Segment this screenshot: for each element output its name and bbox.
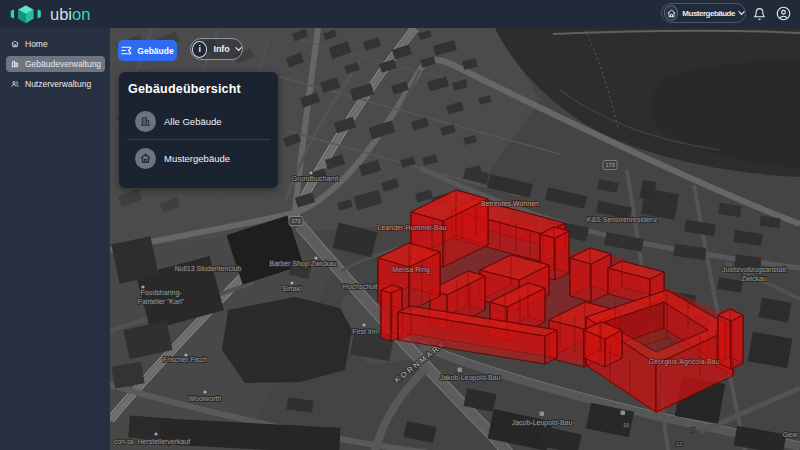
svg-text:173: 173 — [605, 162, 614, 168]
svg-text:Leander-Hummel-Bau: Leander-Hummel-Bau — [378, 224, 447, 231]
svg-text:Barber Shop Zwickau: Barber Shop Zwickau — [270, 260, 337, 268]
svg-text:Grundbuchamt: Grundbuchamt — [292, 175, 338, 182]
svg-text:Zwickau: Zwickau — [741, 275, 767, 282]
svg-text:Sirtaki: Sirtaki — [282, 285, 302, 292]
svg-text:First Inn: First Inn — [352, 328, 377, 335]
svg-text:Jacob-Leupold-Bau: Jacob-Leupold-Bau — [512, 419, 573, 427]
svg-text:Gew: Gew — [783, 431, 798, 438]
svg-text:Jakob-Leopold-Bau: Jakob-Leopold-Bau — [440, 374, 501, 382]
svg-text:Woolworth: Woolworth — [189, 395, 222, 402]
svg-text:Frischer Fisch: Frischer Fisch — [163, 356, 207, 363]
svg-text:12: 12 — [676, 441, 682, 447]
svg-text:Mensa Ring: Mensa Ring — [392, 266, 429, 274]
svg-text:con-ta- Herstellerverkauf: con-ta- Herstellerverkauf — [114, 438, 191, 445]
svg-text:K&S Seniorenresidenz: K&S Seniorenresidenz — [587, 216, 658, 223]
svg-text:173: 173 — [291, 218, 300, 224]
svg-text:Betreutes Wohnen: Betreutes Wohnen — [481, 200, 539, 207]
svg-text:10: 10 — [623, 422, 629, 428]
svg-text:Null13 Studentenclub: Null13 Studentenclub — [175, 265, 242, 272]
svg-text:7: 7 — [691, 427, 694, 433]
svg-text:Justizvollzugsanstalt: Justizvollzugsanstalt — [722, 266, 786, 274]
svg-text:Georgius-Agricola-Bau: Georgius-Agricola-Bau — [649, 358, 720, 366]
svg-text:Fairteiler "Karl": Fairteiler "Karl" — [138, 298, 185, 305]
svg-text:Foodsharing-: Foodsharing- — [140, 289, 182, 297]
svg-text:ubion: ubion — [50, 5, 90, 23]
